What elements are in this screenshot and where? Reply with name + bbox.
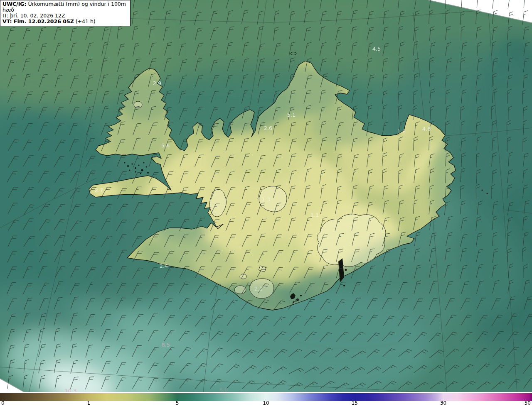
title-box: UWC/IG: Úrkomumætti (mm) og vindur i 100… xyxy=(0,0,131,26)
valid-time: VT: Fim. 12.02.2026 05Z (+41 h) xyxy=(2,19,128,24)
colorbar-tick: 15 xyxy=(352,401,358,406)
title-line: UWC/IG: Úrkomumætti (mm) og vindur i 100… xyxy=(2,1,128,13)
model-name: UWC/IG: xyxy=(2,1,27,7)
colorbar-tick: 0 xyxy=(1,401,5,406)
colorbar-gradient xyxy=(0,393,532,401)
wind-barbs xyxy=(7,0,532,390)
colorbar: 01510153050 xyxy=(0,392,532,406)
colorbar-tick: 5 xyxy=(176,401,179,406)
wind-barbs-layer xyxy=(0,0,532,406)
colorbar-ticks: 01510153050 xyxy=(0,401,532,406)
init-time: IT: þri. 10. 02. 2026 12Z xyxy=(2,13,128,19)
colorbar-tick: 1 xyxy=(87,401,91,406)
colorbar-tick: 30 xyxy=(440,401,446,406)
weather-map: 2.94.55.12.61.64.65.62.71.31.12.42.18.51… xyxy=(0,0,532,406)
colorbar-tick: 10 xyxy=(263,401,269,406)
colorbar-tick: 50 xyxy=(525,401,531,406)
